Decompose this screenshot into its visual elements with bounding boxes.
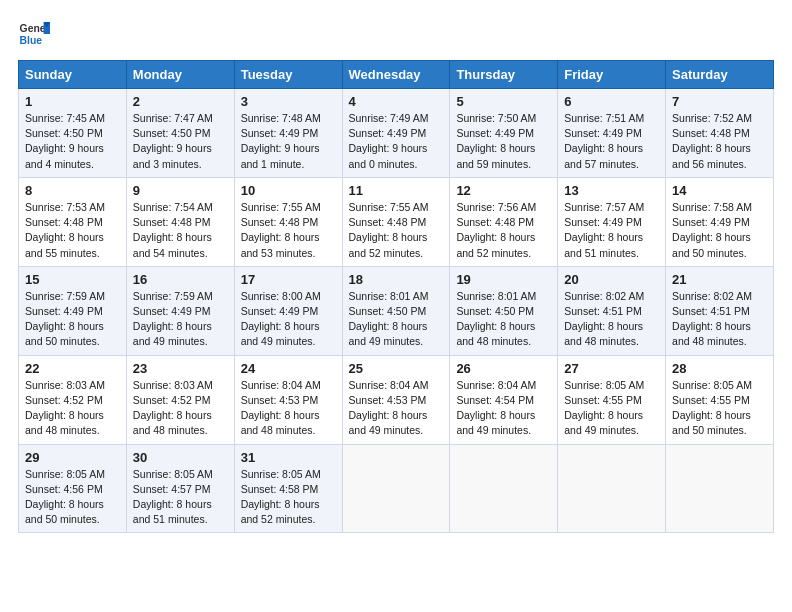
day-info: Sunrise: 7:52 AMSunset: 4:48 PMDaylight:… [672, 112, 752, 170]
calendar-cell: 27Sunrise: 8:05 AMSunset: 4:55 PMDayligh… [558, 355, 666, 444]
header: General Blue [18, 18, 774, 50]
calendar-cell: 25Sunrise: 8:04 AMSunset: 4:53 PMDayligh… [342, 355, 450, 444]
calendar-cell [342, 444, 450, 533]
day-number: 10 [241, 183, 336, 198]
day-info: Sunrise: 7:57 AMSunset: 4:49 PMDaylight:… [564, 201, 644, 259]
calendar-week-row: 1Sunrise: 7:45 AMSunset: 4:50 PMDaylight… [19, 89, 774, 178]
calendar-cell [666, 444, 774, 533]
day-info: Sunrise: 8:05 AMSunset: 4:56 PMDaylight:… [25, 468, 105, 526]
calendar-cell: 23Sunrise: 8:03 AMSunset: 4:52 PMDayligh… [126, 355, 234, 444]
day-number: 15 [25, 272, 120, 287]
day-number: 20 [564, 272, 659, 287]
calendar-week-row: 29Sunrise: 8:05 AMSunset: 4:56 PMDayligh… [19, 444, 774, 533]
day-number: 29 [25, 450, 120, 465]
page: General Blue SundayMondayTuesdayWednesda… [0, 0, 792, 543]
day-info: Sunrise: 8:05 AMSunset: 4:55 PMDaylight:… [672, 379, 752, 437]
day-info: Sunrise: 7:49 AMSunset: 4:49 PMDaylight:… [349, 112, 429, 170]
calendar-cell: 7Sunrise: 7:52 AMSunset: 4:48 PMDaylight… [666, 89, 774, 178]
day-info: Sunrise: 7:48 AMSunset: 4:49 PMDaylight:… [241, 112, 321, 170]
day-number: 21 [672, 272, 767, 287]
calendar-cell: 20Sunrise: 8:02 AMSunset: 4:51 PMDayligh… [558, 266, 666, 355]
day-info: Sunrise: 8:04 AMSunset: 4:53 PMDaylight:… [241, 379, 321, 437]
day-number: 11 [349, 183, 444, 198]
calendar-table: SundayMondayTuesdayWednesdayThursdayFrid… [18, 60, 774, 533]
day-info: Sunrise: 8:01 AMSunset: 4:50 PMDaylight:… [349, 290, 429, 348]
day-number: 27 [564, 361, 659, 376]
day-number: 31 [241, 450, 336, 465]
day-info: Sunrise: 8:02 AMSunset: 4:51 PMDaylight:… [564, 290, 644, 348]
calendar-cell: 31Sunrise: 8:05 AMSunset: 4:58 PMDayligh… [234, 444, 342, 533]
day-info: Sunrise: 7:55 AMSunset: 4:48 PMDaylight:… [241, 201, 321, 259]
day-number: 5 [456, 94, 551, 109]
day-number: 13 [564, 183, 659, 198]
day-number: 23 [133, 361, 228, 376]
day-info: Sunrise: 8:00 AMSunset: 4:49 PMDaylight:… [241, 290, 321, 348]
day-info: Sunrise: 8:05 AMSunset: 4:57 PMDaylight:… [133, 468, 213, 526]
day-info: Sunrise: 7:47 AMSunset: 4:50 PMDaylight:… [133, 112, 213, 170]
calendar-cell: 6Sunrise: 7:51 AMSunset: 4:49 PMDaylight… [558, 89, 666, 178]
calendar-week-row: 22Sunrise: 8:03 AMSunset: 4:52 PMDayligh… [19, 355, 774, 444]
day-number: 16 [133, 272, 228, 287]
day-number: 8 [25, 183, 120, 198]
day-info: Sunrise: 7:55 AMSunset: 4:48 PMDaylight:… [349, 201, 429, 259]
day-info: Sunrise: 8:05 AMSunset: 4:58 PMDaylight:… [241, 468, 321, 526]
calendar-cell [558, 444, 666, 533]
calendar-cell: 3Sunrise: 7:48 AMSunset: 4:49 PMDaylight… [234, 89, 342, 178]
day-number: 26 [456, 361, 551, 376]
weekday-header: Tuesday [234, 61, 342, 89]
day-number: 3 [241, 94, 336, 109]
day-info: Sunrise: 7:50 AMSunset: 4:49 PMDaylight:… [456, 112, 536, 170]
day-number: 7 [672, 94, 767, 109]
calendar-cell: 1Sunrise: 7:45 AMSunset: 4:50 PMDaylight… [19, 89, 127, 178]
day-number: 18 [349, 272, 444, 287]
day-info: Sunrise: 7:54 AMSunset: 4:48 PMDaylight:… [133, 201, 213, 259]
day-number: 30 [133, 450, 228, 465]
calendar-cell: 30Sunrise: 8:05 AMSunset: 4:57 PMDayligh… [126, 444, 234, 533]
weekday-header: Saturday [666, 61, 774, 89]
calendar-cell: 24Sunrise: 8:04 AMSunset: 4:53 PMDayligh… [234, 355, 342, 444]
calendar-cell: 9Sunrise: 7:54 AMSunset: 4:48 PMDaylight… [126, 177, 234, 266]
day-info: Sunrise: 7:58 AMSunset: 4:49 PMDaylight:… [672, 201, 752, 259]
calendar-cell: 16Sunrise: 7:59 AMSunset: 4:49 PMDayligh… [126, 266, 234, 355]
calendar-cell: 14Sunrise: 7:58 AMSunset: 4:49 PMDayligh… [666, 177, 774, 266]
day-info: Sunrise: 8:03 AMSunset: 4:52 PMDaylight:… [25, 379, 105, 437]
calendar-week-row: 15Sunrise: 7:59 AMSunset: 4:49 PMDayligh… [19, 266, 774, 355]
calendar-cell: 21Sunrise: 8:02 AMSunset: 4:51 PMDayligh… [666, 266, 774, 355]
logo-icon: General Blue [18, 18, 50, 50]
day-number: 28 [672, 361, 767, 376]
weekday-header: Wednesday [342, 61, 450, 89]
day-info: Sunrise: 7:53 AMSunset: 4:48 PMDaylight:… [25, 201, 105, 259]
logo: General Blue [18, 18, 50, 50]
calendar-cell: 5Sunrise: 7:50 AMSunset: 4:49 PMDaylight… [450, 89, 558, 178]
calendar-cell: 19Sunrise: 8:01 AMSunset: 4:50 PMDayligh… [450, 266, 558, 355]
calendar-cell: 10Sunrise: 7:55 AMSunset: 4:48 PMDayligh… [234, 177, 342, 266]
calendar-cell: 11Sunrise: 7:55 AMSunset: 4:48 PMDayligh… [342, 177, 450, 266]
day-number: 14 [672, 183, 767, 198]
day-number: 9 [133, 183, 228, 198]
calendar-cell: 4Sunrise: 7:49 AMSunset: 4:49 PMDaylight… [342, 89, 450, 178]
day-number: 19 [456, 272, 551, 287]
day-info: Sunrise: 8:01 AMSunset: 4:50 PMDaylight:… [456, 290, 536, 348]
calendar-cell: 29Sunrise: 8:05 AMSunset: 4:56 PMDayligh… [19, 444, 127, 533]
day-number: 12 [456, 183, 551, 198]
calendar-cell: 28Sunrise: 8:05 AMSunset: 4:55 PMDayligh… [666, 355, 774, 444]
day-info: Sunrise: 8:04 AMSunset: 4:53 PMDaylight:… [349, 379, 429, 437]
calendar-cell: 12Sunrise: 7:56 AMSunset: 4:48 PMDayligh… [450, 177, 558, 266]
day-info: Sunrise: 7:56 AMSunset: 4:48 PMDaylight:… [456, 201, 536, 259]
weekday-header: Thursday [450, 61, 558, 89]
weekday-header: Sunday [19, 61, 127, 89]
day-info: Sunrise: 8:02 AMSunset: 4:51 PMDaylight:… [672, 290, 752, 348]
header-row: SundayMondayTuesdayWednesdayThursdayFrid… [19, 61, 774, 89]
calendar-cell: 17Sunrise: 8:00 AMSunset: 4:49 PMDayligh… [234, 266, 342, 355]
weekday-header: Friday [558, 61, 666, 89]
day-info: Sunrise: 7:59 AMSunset: 4:49 PMDaylight:… [25, 290, 105, 348]
weekday-header: Monday [126, 61, 234, 89]
day-info: Sunrise: 7:51 AMSunset: 4:49 PMDaylight:… [564, 112, 644, 170]
day-info: Sunrise: 7:45 AMSunset: 4:50 PMDaylight:… [25, 112, 105, 170]
day-number: 25 [349, 361, 444, 376]
day-info: Sunrise: 7:59 AMSunset: 4:49 PMDaylight:… [133, 290, 213, 348]
calendar-cell: 15Sunrise: 7:59 AMSunset: 4:49 PMDayligh… [19, 266, 127, 355]
day-info: Sunrise: 8:05 AMSunset: 4:55 PMDaylight:… [564, 379, 644, 437]
svg-text:Blue: Blue [20, 35, 43, 46]
day-info: Sunrise: 8:04 AMSunset: 4:54 PMDaylight:… [456, 379, 536, 437]
